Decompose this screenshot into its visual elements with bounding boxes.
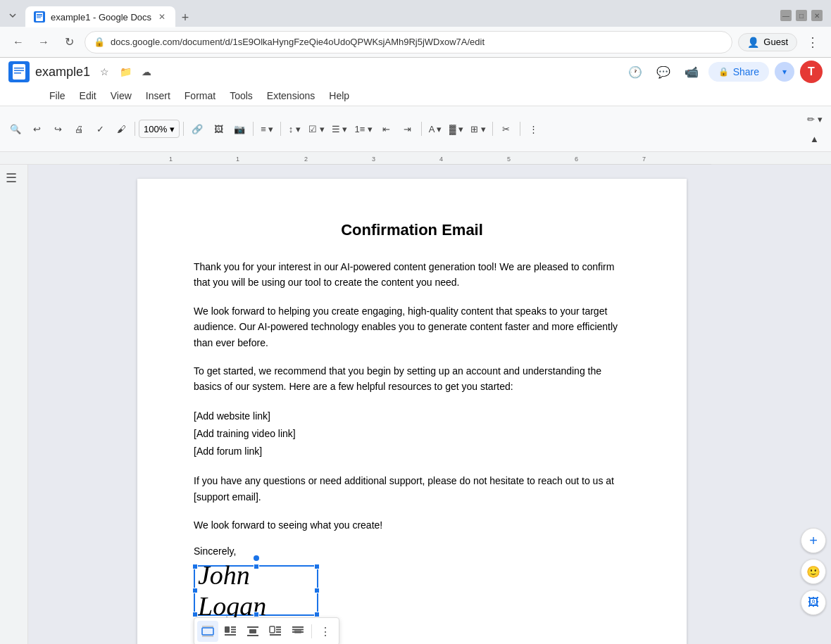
back-button[interactable]: ← (8, 32, 28, 52)
print-button[interactable]: 🖨 (69, 119, 89, 139)
paint-format-button[interactable]: 🖌 (111, 119, 131, 139)
photo-button[interactable]: 📷 (230, 119, 249, 139)
text-color-button[interactable]: A ▾ (425, 119, 445, 139)
decrease-indent-button[interactable]: ⇤ (377, 119, 396, 139)
menu-format[interactable]: Format (177, 87, 223, 104)
star-button[interactable]: ☆ (96, 63, 113, 80)
undo-button[interactable]: ↩ (27, 119, 46, 139)
menu-file[interactable]: File (42, 87, 73, 104)
docs-logo (8, 61, 30, 82)
svg-rect-4 (13, 64, 25, 80)
links-section[interactable]: [Add website link] [Add training video l… (194, 408, 630, 461)
align-button[interactable]: ≡ ▾ (257, 119, 277, 139)
avatar[interactable]: T (800, 61, 823, 83)
paragraph-2[interactable]: We look forward to helping you create en… (194, 303, 630, 351)
maximize-button[interactable]: □ (796, 10, 807, 21)
image-insert-button[interactable]: 🖼 (801, 590, 826, 615)
svg-rect-0 (36, 13, 43, 21)
menu-edit[interactable]: Edit (73, 87, 104, 104)
image-button[interactable]: 🖼 (208, 119, 228, 139)
link-button[interactable]: 🔗 (187, 119, 207, 139)
rotate-handle[interactable] (254, 555, 259, 561)
svg-rect-2 (37, 16, 42, 17)
new-tab-button[interactable]: + (175, 8, 195, 27)
emoji-button[interactable]: 🙂 (801, 559, 826, 584)
url-bar[interactable]: 🔒 docs.google.com/document/d/1sE9OlkaHyn… (85, 31, 732, 53)
browser-more-button[interactable]: ⋮ (803, 32, 823, 52)
profile-button[interactable]: 👤 Guest (738, 33, 797, 51)
svg-text:2: 2 (304, 156, 308, 163)
tab-expand[interactable] (6, 8, 20, 23)
cloud-button[interactable]: ☁ (138, 63, 155, 80)
add-content-button[interactable]: + (801, 528, 826, 553)
meet-button[interactable]: 📹 (680, 61, 703, 83)
paragraph-3[interactable]: To get started, we recommend that you be… (194, 363, 630, 395)
handle-middle-left[interactable] (192, 588, 198, 593)
crop-button[interactable]: ✂ (496, 119, 516, 139)
share-caret-button[interactable]: ▾ (775, 62, 794, 82)
zoom-selector[interactable]: 100% ▾ (139, 120, 180, 138)
folder-button[interactable]: 📁 (117, 63, 134, 80)
redo-button[interactable]: ↪ (48, 119, 68, 139)
minimize-button[interactable]: — (780, 10, 792, 21)
image-inline-button[interactable] (197, 621, 218, 642)
more-toolbar-button[interactable]: ⋮ (524, 119, 544, 139)
handle-bottom-middle[interactable] (254, 612, 259, 617)
link-2[interactable]: [Add training video link] (194, 425, 630, 443)
image-in-front-button[interactable] (287, 621, 308, 642)
svg-rect-27 (247, 635, 258, 636)
line-spacing-button[interactable]: ↕ ▾ (285, 119, 304, 139)
handle-top-left[interactable] (192, 564, 198, 569)
checklist-button[interactable]: ☑ ▾ (306, 119, 327, 139)
paragraph-5[interactable]: We look forward to seeing what you creat… (194, 517, 630, 533)
image-wrap-left-button[interactable] (220, 621, 241, 642)
ruler-marks: 1 1 2 3 4 5 6 7 (120, 152, 711, 164)
comment-button[interactable]: 💬 (652, 61, 675, 83)
svg-text:7: 7 (642, 156, 646, 163)
browser-tab[interactable]: example1 - Google Docs ✕ (25, 6, 175, 27)
paragraph-4[interactable]: If you have any questions or need additi… (194, 473, 630, 505)
handle-bottom-right[interactable] (314, 612, 320, 617)
handle-middle-right[interactable] (314, 588, 320, 593)
share-button[interactable]: 🔒 Share (708, 62, 769, 82)
close-button[interactable]: ✕ (811, 10, 823, 21)
handle-top-right[interactable] (314, 564, 320, 569)
handle-top-middle[interactable] (254, 564, 259, 569)
highlight-button[interactable]: ▓ ▾ (446, 119, 466, 139)
spellcheck-button[interactable]: ✓ (90, 119, 110, 139)
svg-rect-17 (202, 628, 213, 635)
tab-close-button[interactable]: ✕ (157, 11, 167, 23)
outline-button[interactable]: ☰ (6, 170, 22, 186)
image-break-text-button[interactable] (242, 621, 263, 642)
numbered-list-button[interactable]: 1≡ ▾ (352, 119, 375, 139)
svg-rect-33 (292, 626, 304, 628)
search-button[interactable]: 🔍 (6, 119, 25, 139)
image-wrap-behind-button[interactable] (265, 621, 286, 642)
menu-help[interactable]: Help (322, 87, 356, 104)
editing-mode-button[interactable]: ✏ ▾ (804, 109, 825, 129)
link-3[interactable]: [Add forum link] (194, 443, 630, 460)
link-1[interactable]: [Add website link] (194, 408, 630, 425)
menu-bar: File Edit View Insert Format Tools Exten… (0, 86, 831, 106)
svg-rect-26 (249, 629, 256, 633)
document-title[interactable]: example1 (35, 65, 90, 80)
history-button[interactable]: 🕐 (624, 61, 646, 83)
zoom-caret: ▾ (170, 124, 175, 134)
handle-bottom-left[interactable] (192, 612, 198, 617)
document-page[interactable]: Confirmation Email Thank you for your in… (137, 179, 687, 644)
signature-box[interactable]: John Logan (194, 565, 318, 616)
menu-insert[interactable]: Insert (139, 87, 177, 104)
image-toolbar-more-button[interactable]: ⋮ (315, 621, 336, 642)
menu-view[interactable]: View (104, 87, 139, 104)
collapse-toolbar-button[interactable]: ▲ (804, 129, 824, 149)
menu-extensions[interactable]: Extensions (260, 87, 322, 104)
border-button[interactable]: ⊞ ▾ (468, 119, 489, 139)
paragraph-1[interactable]: Thank you for your interest in our AI-po… (194, 259, 630, 291)
menu-tools[interactable]: Tools (223, 87, 260, 104)
toolbar-separator-4 (280, 122, 281, 136)
increase-indent-button[interactable]: ⇥ (398, 119, 418, 139)
forward-button[interactable]: → (34, 32, 54, 52)
svg-rect-19 (202, 636, 213, 637)
bullet-list-button[interactable]: ☰ ▾ (329, 119, 351, 139)
refresh-button[interactable]: ↻ (59, 32, 79, 52)
